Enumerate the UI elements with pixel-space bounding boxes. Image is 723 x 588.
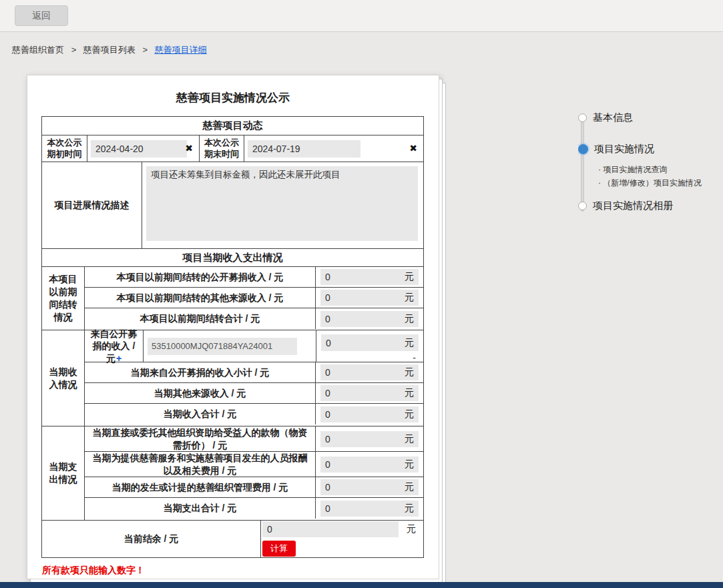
expense-admin-input[interactable] xyxy=(325,482,405,493)
carryover-total-label: 本项目以前期间结转合计 / 元 xyxy=(85,308,316,329)
unit-label: 元 xyxy=(405,503,414,515)
page-title: 慈善项目实施情况公示 xyxy=(27,90,439,105)
numeric-only-warning: 所有款项只能输入数字！ xyxy=(42,565,439,577)
back-button[interactable]: 返回 xyxy=(15,5,68,26)
unit-label: 元 xyxy=(405,459,414,471)
step-navigation: 基本信息 项目实施情况 · 项目实施情况查询 · （新增/修改）项目实施情况 项… xyxy=(578,111,723,226)
dynamics-section-header: 慈善项目动态 xyxy=(42,117,423,135)
top-toolbar: 返回 xyxy=(0,0,723,32)
progress-description-cell: 项目还未筹集到目标金额，因此还未展开此项目 xyxy=(142,162,423,248)
carryover-other-income-input[interactable] xyxy=(325,292,405,303)
progress-description-label: 项目进展情况描述 xyxy=(42,162,142,248)
unit-label: 元 xyxy=(407,523,416,535)
unit-label: 元 xyxy=(405,313,414,325)
breadcrumb-project-list-link[interactable]: 慈善项目列表 xyxy=(83,45,136,55)
step-basic-info-label: 基本信息 xyxy=(593,111,633,124)
step-photo-album-label: 项目实施情况相册 xyxy=(593,200,673,212)
balance-input[interactable] xyxy=(262,521,399,537)
calculate-button[interactable]: 计算 xyxy=(262,541,296,557)
unit-label: 元 xyxy=(405,292,414,304)
expense-group-label: 当期支出情况 xyxy=(42,426,85,520)
carryover-public-income-label: 本项目以前期间结转的公开募捐收入 / 元 xyxy=(85,267,316,287)
expense-personnel-label: 当期为提供慈善服务和实施慈善项目发生的人员报酬以及相关费用 / 元 xyxy=(85,452,316,477)
disclosure-table: 慈善项目动态 本次公示期初时间 ✖ 本次公示期末时间 ✖ 项目进展情况描述 项目… xyxy=(41,116,424,558)
unit-label: 元 xyxy=(405,387,414,399)
income-total-label: 当期收入合计 / 元 xyxy=(85,404,316,424)
public-income-input[interactable] xyxy=(326,338,405,348)
disclosure-form-card: 慈善项目实施情况公示 慈善项目动态 本次公示期初时间 ✖ 本次公示期末时间 ✖ … xyxy=(27,75,439,579)
breadcrumb-home-link[interactable]: 慈善组织首页 xyxy=(12,45,64,55)
income-group-label: 当期收入情况 xyxy=(42,330,85,426)
unit-label: 元 xyxy=(405,408,414,420)
stepper-track xyxy=(581,118,584,212)
period-end-label: 本次公示期末时间 xyxy=(200,135,244,162)
public-fundraising-income-label: 来自公开募捐的收入 / 元+ xyxy=(85,330,144,362)
income-expense-section-header: 项目当期收入支出情况 xyxy=(42,249,423,266)
unit-label: 元 xyxy=(405,481,414,493)
breadcrumb: 慈善组织首页 > 慈善项目列表 > 慈善项目详细 xyxy=(12,44,723,56)
balance-label: 当前结余 / 元 xyxy=(42,521,261,557)
carryover-other-income-label: 本项目以前期间结转的其他来源收入 / 元 xyxy=(85,288,316,308)
step-implementation-status-label: 项目实施情况 xyxy=(594,143,654,156)
expense-aid-label: 当期直接或委托其他组织资助给受益人的款物（物资需折价） / 元 xyxy=(85,426,316,451)
expense-aid-input[interactable] xyxy=(325,434,405,445)
fundraising-code-input[interactable] xyxy=(148,338,297,355)
unit-label: 元 xyxy=(405,366,414,378)
clear-end-date-icon[interactable]: ✖ xyxy=(409,143,417,153)
remove-row-icon[interactable]: - xyxy=(413,354,416,362)
carryover-total-input[interactable] xyxy=(325,314,405,324)
expense-total-input[interactable] xyxy=(325,503,405,514)
expense-admin-label: 当期的发生或计提的慈善组织管理费用 / 元 xyxy=(85,477,316,497)
expense-total-label: 当期支出合计 / 元 xyxy=(85,498,316,519)
step-basic-info[interactable]: 基本信息 xyxy=(578,111,633,124)
period-end-cell: ✖ xyxy=(244,135,423,162)
period-start-cell: ✖ xyxy=(87,135,200,162)
unit-label: 元 xyxy=(405,337,414,349)
balance-cell: 元 计算 xyxy=(261,521,423,557)
public-income-subtotal-input[interactable] xyxy=(325,367,405,378)
public-fundraising-income-text: 来自公开募捐的收入 / 元 xyxy=(91,328,138,363)
breadcrumb-project-detail-link[interactable]: 慈善项目详细 xyxy=(155,45,207,55)
income-total-input[interactable] xyxy=(325,409,405,420)
period-end-input[interactable] xyxy=(248,140,360,158)
clear-start-date-icon[interactable]: ✖ xyxy=(185,143,193,153)
unit-label: 元 xyxy=(405,271,414,283)
period-start-input[interactable] xyxy=(91,140,187,158)
period-start-label: 本次公示期初时间 xyxy=(42,135,87,162)
breadcrumb-separator: > xyxy=(142,45,148,55)
step-circle-icon xyxy=(578,113,587,122)
step-circle-active-icon xyxy=(578,144,588,154)
fundraising-code-cell xyxy=(144,330,316,362)
carryover-group-label: 本项目以前期间结转情况 xyxy=(42,267,85,330)
public-income-subtotal-label: 当期来自公开募捐的收入小计 / 元 xyxy=(85,362,316,382)
breadcrumb-separator: > xyxy=(71,45,77,55)
step-photo-album[interactable]: 项目实施情况相册 xyxy=(578,200,673,212)
expense-personnel-input[interactable] xyxy=(325,459,405,470)
other-income-input[interactable] xyxy=(325,388,405,398)
public-income-amount-cell: 元 - xyxy=(316,330,423,362)
unit-label: 元 xyxy=(405,433,414,445)
substep-add-edit-status[interactable]: · （新增/修改）项目实施情况 xyxy=(598,178,702,189)
footer-bar xyxy=(0,582,723,588)
other-income-label: 当期其他来源收入 / 元 xyxy=(85,383,316,403)
step-circle-icon xyxy=(578,202,587,210)
progress-description-textarea[interactable]: 项目还未筹集到目标金额，因此还未展开此项目 xyxy=(146,166,418,241)
carryover-public-income-input[interactable] xyxy=(325,272,405,282)
substep-status-query[interactable]: · 项目实施情况查询 xyxy=(598,164,667,176)
step-implementation-status[interactable]: 项目实施情况 xyxy=(578,143,654,156)
